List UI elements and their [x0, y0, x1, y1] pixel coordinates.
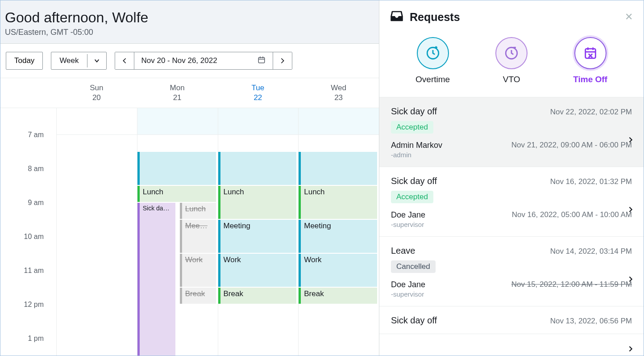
request-timestamp: Nov 14, 2022, 03:14 PM: [550, 247, 632, 256]
calendar-event[interactable]: Lunch: [180, 203, 216, 219]
calendar-event[interactable]: Meeting: [218, 220, 297, 253]
day-header[interactable]: Sun20: [56, 78, 137, 108]
vto-label: VTO: [503, 75, 520, 84]
allday-slot[interactable]: [218, 108, 299, 135]
calendar-event[interactable]: Work: [180, 254, 216, 287]
status-badge: Cancelled: [391, 260, 436, 273]
calendar-event[interactable]: Mee…: [180, 220, 216, 253]
day-column[interactable]: LunchSick da…LunchMee…WorkBreak: [137, 108, 218, 356]
panel-title: Requests: [410, 11, 460, 24]
request-item[interactable]: Sick day off Nov 13, 2022, 06:56 PM: [379, 306, 644, 334]
calendar-event[interactable]: Break: [180, 288, 216, 304]
timeoff-icon: [574, 37, 607, 69]
request-type-vto[interactable]: VTO: [495, 37, 528, 84]
time-label: 11 am: [24, 267, 44, 275]
calendar-event[interactable]: [299, 152, 377, 185]
request-person: Admin Markov: [391, 141, 442, 150]
day-column[interactable]: LunchMeetingWorkBreak: [218, 108, 299, 356]
time-label: 8 am: [28, 165, 44, 173]
calendar: Sun20Mon21Tue22Wed23 7 am8 am9 am10 am11…: [0, 78, 379, 356]
request-person: Doe Jane: [391, 210, 425, 220]
main-area: Good afternoon, Wolfe US/Eastern, GMT -0…: [0, 0, 379, 356]
calendar-grid[interactable]: 7 am8 am9 am10 am11 am12 pm1 pm LunchSic…: [0, 108, 379, 356]
request-timestamp: Nov 22, 2022, 02:02 PM: [550, 108, 632, 117]
view-dropdown[interactable]: Week: [51, 52, 106, 70]
timeoff-label: Time Off: [573, 75, 607, 84]
date-range-label: Nov 20 - Nov 26, 2022: [141, 56, 217, 65]
time-label: 10 am: [24, 233, 44, 241]
calendar-event[interactable]: [137, 152, 216, 185]
request-item[interactable]: Leave Nov 14, 2022, 03:14 PM Cancelled D…: [379, 237, 644, 306]
calendar-icon: [258, 56, 266, 66]
header: Good afternoon, Wolfe US/Eastern, GMT -0…: [0, 0, 379, 44]
timezone: US/Eastern, GMT -05:00: [5, 28, 374, 37]
svg-rect-6: [585, 49, 595, 58]
request-title: Sick day off: [391, 315, 437, 326]
calendar-event[interactable]: Break: [299, 288, 377, 304]
calendar-event[interactable]: Work: [218, 254, 297, 287]
request-types: Overtime VTO Time Off: [379, 30, 644, 97]
day-headers: Sun20Mon21Tue22Wed23: [0, 78, 379, 108]
calendar-event[interactable]: Meeting: [299, 220, 377, 253]
request-title: Sick day off: [391, 176, 437, 186]
calendar-event[interactable]: Break: [218, 288, 297, 304]
time-label: 1 pm: [28, 335, 44, 343]
day-column[interactable]: LunchMeetingWorkBreak: [298, 108, 379, 356]
request-type-overtime[interactable]: Overtime: [415, 37, 450, 84]
chevron-right-icon: [627, 273, 634, 285]
chevron-right-icon: [627, 204, 634, 215]
request-timestamp: Nov 16, 2022, 01:32 PM: [550, 177, 632, 186]
chevron-right-icon: [627, 343, 634, 355]
time-label: 7 am: [28, 131, 44, 139]
request-title: Sick day off: [391, 106, 437, 117]
inbox-icon: [390, 9, 403, 25]
day-header[interactable]: Mon21: [137, 78, 218, 108]
overtime-icon: [417, 37, 449, 69]
request-role: -supervisor: [391, 221, 425, 228]
request-range: Nov 15, 2022, 12:00 AM - 11:59 PM: [511, 280, 632, 298]
calendar-event[interactable]: Lunch: [218, 186, 297, 219]
request-person: Doe Jane: [391, 280, 425, 289]
status-badge: Accepted: [391, 121, 433, 134]
allday-slot[interactable]: [299, 108, 379, 135]
request-type-timeoff[interactable]: Time Off: [573, 37, 607, 84]
status-badge: Accepted: [391, 191, 433, 203]
greeting: Good afternoon, Wolfe: [5, 9, 374, 26]
today-button[interactable]: Today: [6, 52, 43, 70]
request-item[interactable]: Sick day off Nov 16, 2022, 01:32 PM Acce…: [379, 167, 644, 237]
chevron-right-icon: [627, 134, 634, 146]
overtime-label: Overtime: [415, 75, 450, 84]
panel-header: Requests ✕: [379, 0, 644, 30]
time-label: 9 am: [28, 199, 44, 207]
vto-icon: [495, 37, 528, 69]
requests-list[interactable]: Sick day off Nov 22, 2022, 02:02 PM Acce…: [379, 97, 644, 356]
view-label: Week: [51, 53, 87, 69]
day-header[interactable]: Wed23: [298, 78, 379, 108]
day-column[interactable]: [56, 108, 137, 356]
allday-slot[interactable]: [137, 108, 218, 135]
calendar-event[interactable]: Lunch: [137, 186, 216, 202]
day-header[interactable]: Tue22: [218, 78, 299, 108]
allday-slot[interactable]: [57, 108, 137, 135]
request-timestamp: Nov 13, 2022, 06:56 PM: [550, 317, 632, 326]
request-role: -supervisor: [391, 290, 425, 298]
calendar-event[interactable]: Sick da…: [137, 203, 175, 356]
calendar-event[interactable]: Lunch: [299, 186, 377, 219]
chevron-down-icon[interactable]: [87, 54, 106, 67]
close-icon[interactable]: ✕: [625, 11, 633, 23]
date-navigator: Nov 20 - Nov 26, 2022: [115, 52, 292, 70]
svg-rect-0: [258, 58, 265, 63]
request-title: Leave: [391, 246, 415, 256]
time-label: 12 pm: [24, 301, 44, 309]
next-button[interactable]: [273, 52, 292, 69]
request-range: Nov 21, 2022, 09:00 AM - 06:00 PM: [511, 141, 632, 159]
prev-button[interactable]: [115, 52, 134, 69]
calendar-event[interactable]: [218, 152, 297, 185]
toolbar: Today Week Nov 20 - Nov 26, 2022: [0, 44, 379, 78]
calendar-event[interactable]: Work: [299, 254, 377, 287]
request-item[interactable]: Sick day off Nov 22, 2022, 02:02 PM Acce…: [379, 97, 644, 167]
date-range[interactable]: Nov 20 - Nov 26, 2022: [134, 52, 273, 69]
request-role: -admin: [391, 151, 442, 159]
request-range: Nov 16, 2022, 05:00 AM - 10:00 AM: [512, 210, 632, 228]
requests-panel: Requests ✕ Overtime VTO Time Off: [379, 0, 644, 356]
